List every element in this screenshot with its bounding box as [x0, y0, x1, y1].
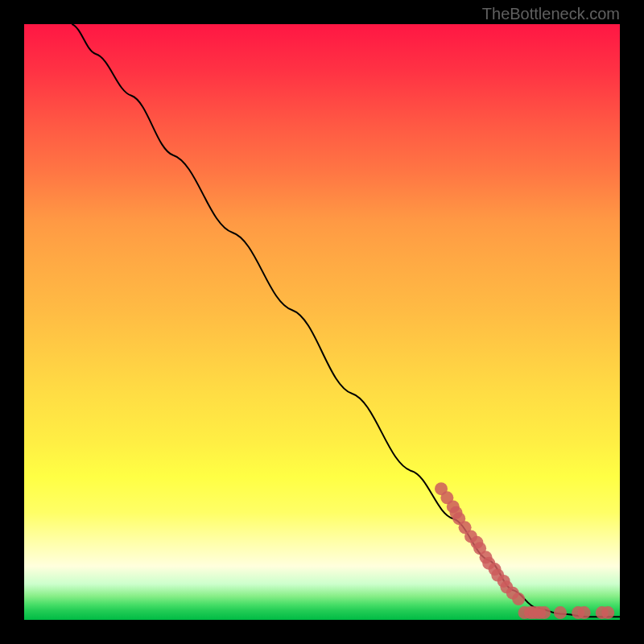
attribution-text: TheBottleneck.com: [482, 5, 620, 23]
curve-line: [72, 24, 620, 617]
data-point: [601, 606, 614, 619]
data-point: [512, 592, 525, 605]
data-point: [538, 606, 551, 619]
data-point: [554, 606, 567, 619]
scatter-points-group: [435, 482, 614, 619]
data-point: [578, 606, 591, 619]
chart-plot-area: [24, 24, 620, 620]
chart-svg: [24, 24, 620, 620]
